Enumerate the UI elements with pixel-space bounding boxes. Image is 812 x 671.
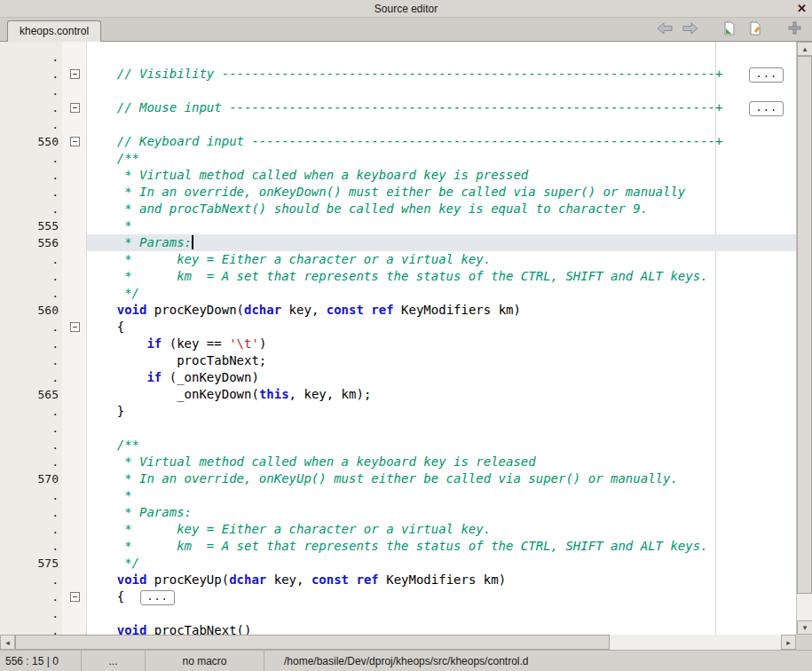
code-line: 570 * In an override, onKeyUp() must eit… xyxy=(0,470,796,487)
fold-column xyxy=(62,336,87,352)
code-line: . // Visibility ------------------------… xyxy=(0,66,796,83)
nav-back-button[interactable] xyxy=(656,21,674,39)
code-line: . * key = Either a character or a virtua… xyxy=(0,521,796,538)
window-title: Source editor xyxy=(374,3,438,15)
scroll-up-button[interactable]: ▴ xyxy=(797,42,812,56)
code-text[interactable]: /** xyxy=(87,150,796,167)
editor-main: .. // Visibility -----------------------… xyxy=(0,42,812,635)
code-text[interactable]: * km = A set that represents the status … xyxy=(87,268,796,285)
fold-column xyxy=(62,588,87,605)
fold-column xyxy=(62,572,87,588)
line-number: . xyxy=(0,270,62,283)
code-line: . } xyxy=(0,403,796,420)
code-text[interactable]: // Keyboard input ----------------------… xyxy=(87,133,796,150)
split-view-button[interactable] xyxy=(785,21,803,39)
code-text[interactable]: */ xyxy=(87,285,796,302)
code-line: 555 * xyxy=(0,217,796,234)
code-text[interactable]: // Visibility --------------------------… xyxy=(87,66,796,83)
code-text[interactable]: * xyxy=(87,217,796,234)
fold-column xyxy=(62,352,87,369)
fold-column xyxy=(62,251,87,268)
tab-label: kheops.control xyxy=(20,25,89,37)
code-text[interactable]: if (_onKeyDown) xyxy=(87,369,796,386)
code-line: . // Mouse input -----------------------… xyxy=(0,99,796,116)
caret-position-cell: 556 : 15 | 0 xyxy=(0,651,82,671)
code-text[interactable]: if (key == '\t') xyxy=(87,336,796,352)
line-number: . xyxy=(0,607,62,620)
code-text[interactable]: * key = Either a character or a virtual … xyxy=(87,521,796,538)
horizontal-scrollbar[interactable]: ◂ ▸ xyxy=(0,635,812,650)
fold-collapse-icon[interactable] xyxy=(70,103,80,113)
code-text[interactable]: * xyxy=(87,487,796,504)
horizontal-scroll-thumb[interactable] xyxy=(15,635,610,650)
fold-column xyxy=(62,99,87,116)
fold-collapse-icon[interactable] xyxy=(70,322,80,332)
code-line: . xyxy=(0,116,796,133)
fold-collapse-icon[interactable] xyxy=(70,592,80,602)
vertical-scroll-track[interactable] xyxy=(797,56,812,620)
code-text[interactable]: * In an override, onKeyUp() must either … xyxy=(87,470,796,487)
collapsed-fold-box[interactable]: ... xyxy=(749,101,784,116)
document-edit-button[interactable] xyxy=(746,21,764,39)
code-text[interactable]: * In an override, onKeyDown() must eithe… xyxy=(87,184,796,201)
line-number: 570 xyxy=(0,472,62,485)
code-text[interactable]: * key = Either a character or a virtual … xyxy=(87,251,796,268)
line-number: . xyxy=(0,169,62,182)
code-text[interactable]: * and procTabNext() should be called whe… xyxy=(87,201,796,217)
scroll-down-button[interactable]: ▾ xyxy=(797,620,812,635)
fold-column xyxy=(62,66,87,83)
code-text[interactable]: * km = A set that represents the status … xyxy=(87,538,796,555)
editor-toolbar xyxy=(656,18,803,42)
fold-collapse-icon[interactable] xyxy=(70,137,80,146)
code-text[interactable]: } xyxy=(87,403,796,420)
code-text[interactable]: procTabNext; xyxy=(87,352,796,369)
fold-column xyxy=(62,386,87,403)
line-number: . xyxy=(0,118,62,131)
close-icon[interactable]: ✕ xyxy=(797,1,807,17)
code-text[interactable]: * Params: xyxy=(87,504,796,521)
code-text[interactable]: * Params: xyxy=(87,234,796,251)
line-number: . xyxy=(0,489,62,502)
vertical-scrollbar[interactable]: ▴ ▾ xyxy=(796,42,812,635)
scrollbar-corner xyxy=(796,635,812,650)
line-number: . xyxy=(0,51,62,64)
code-line: 575 */ xyxy=(0,555,796,572)
vertical-scroll-thumb[interactable] xyxy=(797,56,812,594)
document-edit-icon xyxy=(748,21,762,39)
fold-column xyxy=(62,319,87,336)
code-text[interactable]: {... xyxy=(87,588,796,605)
code-text[interactable]: */ xyxy=(87,555,796,572)
code-text[interactable]: /** xyxy=(87,437,796,454)
code-line: 565 _onKeyDown(this, key, km); xyxy=(0,386,796,403)
nav-forward-button[interactable] xyxy=(682,21,699,39)
code-text[interactable]: void procTabNext() xyxy=(87,622,796,635)
fold-column xyxy=(62,234,87,251)
code-text[interactable]: _onKeyDown(this, key, km); xyxy=(87,386,796,403)
code-editor[interactable]: .. // Visibility -----------------------… xyxy=(0,42,796,635)
collapsed-fold-box[interactable]: ... xyxy=(749,67,784,83)
code-line: . * Virtual method called when a keyboar… xyxy=(0,167,796,184)
line-number: . xyxy=(0,624,62,635)
collapsed-fold-box[interactable]: ... xyxy=(140,590,175,605)
horizontal-scroll-track[interactable] xyxy=(15,635,781,650)
tab-kheops-control[interactable]: kheops.control xyxy=(7,20,101,42)
document-green-button[interactable] xyxy=(721,21,738,39)
code-text[interactable]: { xyxy=(87,319,796,336)
fold-column xyxy=(62,285,87,302)
line-number: 556 xyxy=(0,236,62,249)
code-text[interactable]: // Mouse input -------------------------… xyxy=(87,99,796,116)
line-number: . xyxy=(0,438,62,452)
code-text[interactable]: * Virtual method called when a keyboard … xyxy=(87,454,796,470)
code-line: . xyxy=(0,49,796,66)
code-text[interactable]: * Virtual method called when a keyboard … xyxy=(87,167,796,184)
scroll-left-button[interactable]: ◂ xyxy=(0,635,15,650)
code-text[interactable]: void procKeyDown(dchar key, const ref Ke… xyxy=(87,302,796,319)
fold-column xyxy=(62,116,87,133)
code-line: . * and procTabNext() should be called w… xyxy=(0,201,796,217)
scroll-right-button[interactable]: ▸ xyxy=(781,635,796,650)
code-text[interactable]: void procKeyUp(dchar key, const ref KeyM… xyxy=(87,572,796,588)
fold-collapse-icon[interactable] xyxy=(70,69,80,79)
fold-column xyxy=(62,150,87,167)
line-number: . xyxy=(0,573,62,587)
fold-column xyxy=(62,437,87,454)
